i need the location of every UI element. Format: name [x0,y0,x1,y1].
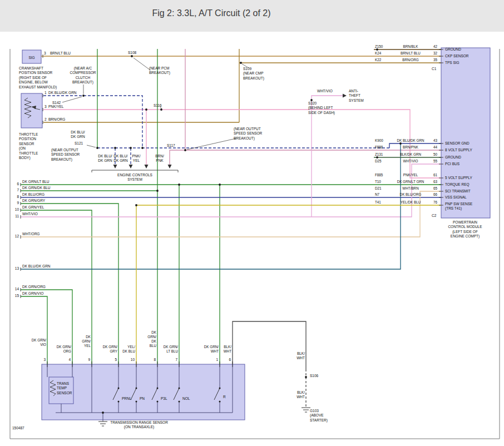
circuit-id: T10 [375,180,392,184]
tps-wire-2: BRN/ORG [48,117,65,122]
s142-note: (NEAR A/C COMPRESSOR CLUTCH BREAKOUT) [66,66,100,85]
figure-title: Fig 2: 3.3L, A/T Circuit (2 of 2) [0,8,423,18]
circuit-id: T41 [375,200,392,205]
pcm-fn-8v: 8 VOLT SUPPLY [445,148,472,152]
pcm-fn-ckp: CKP SENSOR [445,54,469,58]
pin-number: 55 [429,159,437,163]
pcm-row-k24: K24BRN/LT BLU32 [375,51,437,56]
trs-pin-4: 4 [65,358,71,362]
component-boxes [21,48,490,420]
pin-number: 43 [429,138,437,143]
s106-label: S106 [310,374,318,378]
tps-wiper-arrow [31,106,36,109]
trs-wire-5: DK GRN/ GRY [98,345,117,354]
wiring-diagram-page: Fig 2: 3.3L, A/T Circuit (2 of 2) [0,0,504,446]
s117-label: S117 [167,143,175,148]
wire-color: BRN/PNK [392,145,429,150]
down-arrow-3 [145,165,149,169]
pcm-c2-label: C2 [432,214,436,218]
tps-wiper [34,108,40,110]
left-wire-label-14: DK GRN/ORG [22,285,46,289]
left-wire-label-10: DK GRN/YEL [22,205,44,210]
left-wire-num-8: 8 [12,195,19,199]
wire-color: PNK/YEL [392,173,429,177]
wires [21,49,441,408]
pcm-fn-sci: SCI TRANSMIT [445,189,471,194]
pcm-fn-sensor-gnd: SENSOR GND [445,141,470,146]
trs-pin-1: 1 [213,358,218,362]
switch-label-r: R [223,395,234,399]
wire-dkgrn-vio [21,296,47,364]
ckp-sig-label: SIG [23,56,40,60]
down-arrow-4 [168,165,172,169]
wire-color: YEL/DK BLU [392,200,429,205]
circuit-id: D21 [375,186,392,191]
ec-wire-4: BRN/ PNK [150,154,170,163]
pcm-fn-pci: PCI BUS [445,162,459,166]
trs-pin-10: 10 [129,358,135,362]
s108-note: (NEAR PCM BREAKOUT) [149,66,182,76]
circuit-id: K900 [375,138,392,143]
pin-number: 63 [429,180,437,184]
left-wire-num-13: 13 [12,266,19,271]
blkwht-label-top: BLK/ WHT [291,351,305,361]
circuit-id: N7 [375,192,392,197]
diagram-border [10,49,500,439]
pcm-fn-vss: VSS SIGNAL [445,195,467,200]
ckp-caption: CRANKSHAFT POSITION SENSOR (RIGHT SIDE O… [19,66,62,90]
pcm-fn-tps: TPS SIG [445,61,459,65]
s320-wire-label: WHT/VIO [317,89,333,93]
trs-pin-7: 7 [172,358,177,362]
tps-caption: THROTTLE POSITION SENSOR (ON THROTTLE BO… [19,132,52,161]
anti-theft-arrow [343,94,347,98]
s108-label: S108 [128,51,136,55]
s121-note: (NEAR OUTPUT SPEED SENSOR BREAKOUT) [51,148,86,162]
g103-label: G103 (ABOVE STARTER) [310,409,338,423]
trs-pin-8: 8 [150,358,156,362]
trs-wire-9: DK GRN/ YEL [72,335,91,348]
wire-color: BRN/ORG [392,58,429,62]
wire-color: BRN/BLK [392,44,429,49]
s117-note: (NEAR OUTPUT SPEED SENSOR BREAKOUT) [234,127,270,141]
wire-color: BRN/LT BLU [392,51,429,56]
pcm-row-t41: T41YEL/DK BLU76 [375,200,437,205]
switch-label-nol: NOL [182,397,199,401]
s116-dot [160,108,162,111]
tps-box [21,93,42,128]
pcm-row-z150: Z150BRN/BLK42 [375,44,437,49]
pin-number: 44 [429,145,437,150]
s320-label: S320 (BEHIND LEFT SIDE OF DASH) [308,101,344,115]
left-wire-label-12: WHT/ORG [22,232,39,236]
trans-temp-sensor-label: TRANS TEMP SENSOR [57,381,73,395]
down-arrow-2 [129,165,133,169]
title-bar: Fig 2: 3.3L, A/T Circuit (2 of 2) [0,0,504,32]
tps-pin-2: 2 [45,117,47,122]
wire-yel-dkblu [136,205,441,364]
left-wire-label-7: DK GRN/DK BLU [22,186,51,190]
circuit-id: F885 [375,173,392,177]
trs-caption: TRANSMISSION RANGE SENSOR (ON TRANSAXLE) [92,420,186,430]
s121-label: S121 [75,141,83,146]
pcm-row-d21: D21WHT/BRN65 [375,186,437,191]
switch-label-prnl: PRNL [122,397,139,401]
pcm-caption: POWERTRAIN CONTROL MODULE (LEFT SIDE OF … [438,220,492,239]
pin-ticks [21,49,443,367]
trs-pin-6: 6 [225,358,231,362]
pin-number: 66 [429,192,437,197]
pcm-fn-torque: TORQUE REQ [445,182,470,187]
pcm-fn-5v: 5 VOLT SUPPLY [445,176,472,180]
engine-controls-label: ENGINE CONTROLS SYSTEM [106,173,164,182]
tps-pin-1: 1 [45,91,47,95]
pin-number: 50 [429,152,437,157]
pin-number: 65 [429,186,437,191]
left-wire-num-12: 12 [12,234,19,239]
trs-wire-4: DK GRN/ ORG [52,345,71,354]
engine-controls-bracket [92,170,178,172]
ckp-wire-label: BRN/LT BLU [50,51,71,56]
s116-label: S116 [154,103,162,108]
s121-wire-label: DK BLU/ DK GRN [67,130,89,140]
pcm-fn-ground-1: GROUND [445,47,461,52]
pcm-row-k22: K22BRN/ORG35 [375,58,437,62]
switch-label-p3l: P3L [161,397,177,401]
s121-dot [96,147,98,149]
